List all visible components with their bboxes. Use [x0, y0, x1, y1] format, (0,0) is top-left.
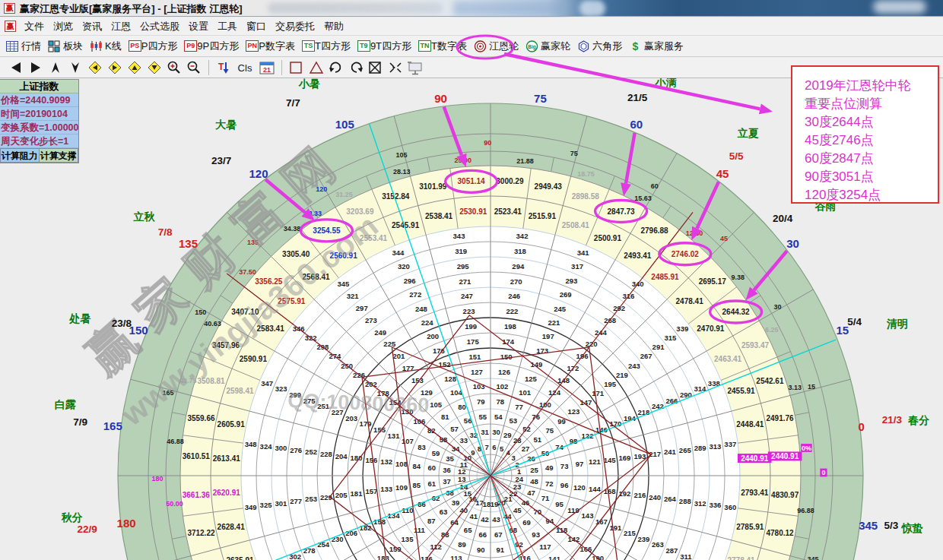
svg-text:97: 97 — [576, 460, 584, 468]
svg-text:90: 90 — [484, 139, 491, 147]
diamond-left-icon[interactable] — [85, 59, 104, 77]
svg-text:75: 75 — [534, 92, 547, 105]
svg-text:$: $ — [633, 40, 639, 52]
svg-text:296: 296 — [404, 277, 416, 285]
svg-text:50.00: 50.00 — [166, 500, 183, 508]
svg-text:9.38: 9.38 — [731, 274, 745, 281]
blurred-background — [268, 2, 443, 14]
toolbar-item-K线[interactable]: K线 — [90, 40, 122, 53]
screen-icon[interactable] — [405, 59, 424, 77]
calc-resistance-button[interactable]: 计算阻力 — [0, 148, 40, 163]
menu-item-6[interactable]: 设置 — [184, 18, 213, 35]
square-tool-icon[interactable] — [287, 59, 306, 77]
toolbar-item-赢家轮[interactable]: Big赢家轮 — [525, 40, 570, 53]
menu-item-5[interactable]: 公式选股 — [135, 18, 184, 35]
svg-text:239: 239 — [637, 535, 649, 543]
t-down-icon[interactable]: T — [214, 59, 233, 77]
svg-text:7: 7 — [484, 443, 488, 451]
svg-text:2635.91: 2635.91 — [226, 556, 254, 560]
svg-text:0: 0 — [859, 420, 865, 433]
toolbar-item-9P四方形[interactable]: P99P四方形 — [184, 40, 239, 53]
svg-text:小满: 小满 — [655, 78, 677, 88]
toolbar-item-T数字表[interactable]: TNT数字表 — [418, 40, 467, 53]
diamond-right-icon[interactable] — [105, 59, 124, 77]
toolbar-item-P数字表[interactable]: PNP数字表 — [246, 40, 295, 53]
annotation-line-5: 60度2847点 — [805, 150, 938, 168]
menu-item-4[interactable]: 江恩 — [106, 18, 135, 35]
svg-text:323: 323 — [275, 384, 287, 393]
toolbar-item-江恩轮[interactable]: 江恩轮 — [474, 40, 519, 53]
triangle-tool-icon[interactable] — [306, 59, 325, 77]
toolbar-item-六角形[interactable]: 六角形 — [577, 40, 622, 53]
svg-text:135: 135 — [402, 535, 414, 543]
menu-item-1[interactable]: 文件 — [20, 18, 49, 35]
menu-item-10[interactable]: 帮助 — [319, 18, 348, 35]
svg-text:113: 113 — [450, 554, 462, 560]
svg-text:204: 204 — [335, 452, 348, 460]
toolbar-item-板块[interactable]: 板块 — [48, 40, 83, 53]
svg-text:121: 121 — [589, 457, 602, 466]
nav-up-icon[interactable] — [46, 59, 65, 77]
svg-text:109: 109 — [395, 483, 408, 492]
toolbar-item-行情[interactable]: 行情 — [6, 40, 41, 53]
svg-text:224: 224 — [421, 318, 434, 327]
svg-text:126: 126 — [498, 368, 510, 376]
svg-text:71: 71 — [541, 494, 550, 502]
cls-button[interactable]: Cls — [233, 59, 256, 77]
toolbar-item-label: P数字表 — [259, 40, 295, 53]
svg-text:116: 116 — [519, 554, 530, 560]
svg-text:120: 120 — [249, 167, 268, 180]
zoom-out-icon[interactable] — [184, 59, 203, 77]
svg-text:273: 273 — [365, 316, 377, 324]
svg-text:267: 267 — [640, 352, 652, 360]
svg-text:90: 90 — [477, 546, 485, 554]
nav-left-icon[interactable] — [6, 59, 25, 77]
diamond-up-icon[interactable] — [125, 59, 144, 77]
calendar-21-icon[interactable]: 21 — [257, 59, 276, 77]
svg-text:265: 265 — [679, 446, 692, 454]
svg-text:269: 269 — [560, 290, 572, 299]
diamond-down-icon[interactable] — [144, 59, 164, 77]
svg-text:89: 89 — [458, 540, 466, 549]
menu-item-2[interactable]: 浏览 — [49, 18, 78, 35]
svg-text:30: 30 — [786, 237, 799, 250]
nav-right-icon[interactable] — [26, 59, 45, 77]
svg-text:342: 342 — [516, 232, 529, 240]
calc-support-button[interactable]: 计算支撑 — [40, 148, 79, 163]
svg-text:2949.43: 2949.43 — [535, 182, 563, 191]
svg-text:246: 246 — [508, 292, 520, 300]
svg-text:24: 24 — [515, 475, 523, 483]
center-arrows-icon[interactable] — [386, 59, 405, 77]
svg-text:41: 41 — [470, 512, 478, 520]
svg-text:3101.99: 3101.99 — [419, 182, 447, 191]
box-x-icon[interactable] — [366, 59, 385, 77]
document-logo-icon[interactable]: 赢 — [5, 21, 16, 32]
svg-text:2628.41: 2628.41 — [217, 523, 246, 531]
menu-item-3[interactable]: 资讯 — [78, 18, 106, 35]
toolbar-item-label: K线 — [105, 40, 122, 53]
annotation-line-3: 30度2644点 — [805, 113, 938, 131]
rotate-cw-icon[interactable] — [346, 59, 365, 77]
svg-text:43: 43 — [492, 515, 500, 524]
toolbar-item-9T四方形[interactable]: T99T四方形 — [357, 40, 411, 53]
svg-text:143: 143 — [582, 511, 594, 520]
svg-text:302: 302 — [289, 552, 301, 560]
svg-text:6: 6 — [492, 443, 496, 451]
dollar-icon: $ — [629, 40, 642, 52]
svg-text:287: 287 — [665, 546, 678, 555]
toolbar-item-赢家服务[interactable]: $赢家服务 — [629, 40, 684, 53]
menu-item-8[interactable]: 窗口 — [242, 18, 271, 35]
toolbar-item-T四方形[interactable]: TST四方形 — [302, 40, 351, 53]
zoom-in-icon[interactable] — [164, 59, 183, 77]
toolbar-item-P四方形[interactable]: PSP四方形 — [129, 40, 178, 53]
svg-text:2470.91: 2470.91 — [697, 324, 725, 333]
menu-item-9[interactable]: 交易委托 — [271, 18, 319, 35]
svg-text:春分: 春分 — [907, 414, 929, 426]
svg-text:5: 5 — [500, 445, 504, 453]
letter-icon: PS — [129, 40, 141, 52]
svg-text:0: 0 — [821, 469, 825, 476]
rotate-ccw-icon[interactable] — [326, 59, 345, 77]
svg-text:123: 123 — [568, 407, 580, 416]
menu-item-7[interactable]: 工具 — [213, 18, 242, 35]
nav-down-icon[interactable] — [65, 59, 84, 77]
